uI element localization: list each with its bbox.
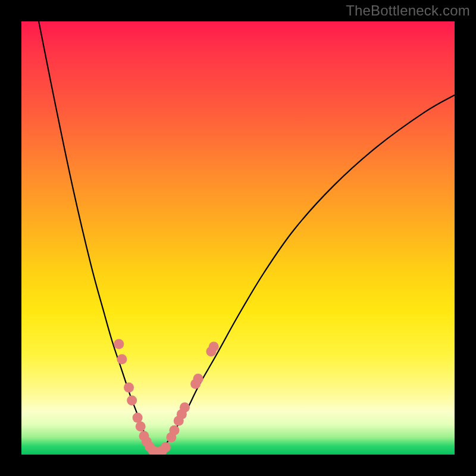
- data-marker: [209, 342, 219, 352]
- marker-group: [114, 339, 218, 455]
- watermark-text: TheBottleneck.com: [346, 2, 470, 19]
- data-marker: [114, 339, 124, 349]
- curve-svg: [21, 21, 455, 455]
- data-marker: [127, 396, 137, 406]
- data-marker: [124, 383, 134, 393]
- left-curve: [39, 21, 156, 451]
- right-curve: [156, 95, 455, 451]
- plot-area: [21, 21, 455, 455]
- data-marker: [161, 442, 171, 452]
- data-marker: [193, 374, 203, 384]
- data-marker: [136, 421, 146, 431]
- chart-container: TheBottleneck.com: [0, 0, 476, 476]
- data-marker: [133, 413, 143, 423]
- data-marker: [180, 402, 190, 412]
- data-marker: [169, 425, 179, 436]
- data-marker: [117, 354, 127, 364]
